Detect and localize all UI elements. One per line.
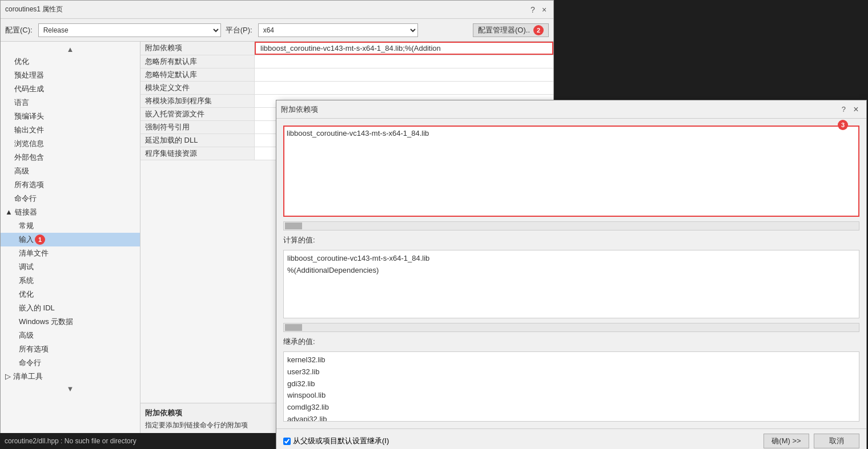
inherit-checkbox[interactable]	[283, 438, 291, 445]
dialog-bottom: 从父级或项目默认设置继承(I) 确(M) >> 取消	[276, 428, 866, 449]
main-window-title: coroutines1 属性页	[5, 5, 63, 14]
sidebar-item-input[interactable]: 输入 1	[1, 233, 140, 246]
cancel-button[interactable]: 取消	[814, 434, 859, 448]
sidebar-item-cmdline-c[interactable]: 命令行	[1, 192, 140, 205]
property-row-additional-deps: 附加依赖项 libboost_coroutine-vc143-mt-s-x64-…	[140, 42, 553, 55]
computed-label: 计算的值:	[283, 235, 859, 245]
dialog-title: 附加依赖项	[281, 104, 318, 115]
inherited-label: 继承的值:	[283, 337, 859, 347]
platform-label: 平台(P):	[226, 25, 252, 35]
computed-hscrollbar[interactable]	[283, 323, 859, 332]
dialog-close-button[interactable]: ×	[850, 104, 862, 115]
inherited-line-5: comdlg32.lib	[287, 402, 855, 414]
property-name-ignore-specific: 忽略特定默认库	[140, 68, 255, 81]
inherit-label: 从父级或项目默认设置继承(I)	[293, 436, 389, 446]
sidebar-section-linker[interactable]: ▲链接器	[1, 205, 140, 219]
property-name-additional-deps: 附加依赖项	[140, 42, 255, 55]
property-name-module-def: 模块定义文件	[140, 82, 255, 94]
badge-3: 3	[838, 120, 848, 130]
sidebar-item-general[interactable]: 常规	[1, 219, 140, 233]
edit-hscroll-thumb	[285, 223, 302, 229]
sidebar-item-input-label: 输入	[19, 234, 34, 245]
sidebar-item-optimization[interactable]: 优化	[1, 55, 140, 68]
property-name-delay-load: 延迟加载的 DLL	[140, 134, 255, 147]
edit-area[interactable]: libboost_coroutine-vc143-mt-s-x64-1_84.l…	[283, 126, 859, 217]
inherited-area: kernel32.lib user32.lib gdi32.lib winspo…	[283, 351, 859, 422]
config-select[interactable]: Release	[38, 23, 221, 37]
sidebar: ▲ 优化 预处理器 代码生成 语言 预编译头 输出文件 浏览信息	[1, 42, 140, 448]
inherited-line-4: winspool.lib	[287, 390, 855, 402]
inherited-line-1: kernel32.lib	[287, 354, 855, 366]
sidebar-scroll-up[interactable]: ▲	[1, 44, 140, 55]
badge-2: 2	[533, 25, 544, 35]
sidebar-item-advanced-c[interactable]: 高级	[1, 164, 140, 178]
property-value-module-def[interactable]	[255, 82, 553, 94]
edit-textarea[interactable]: libboost_coroutine-vc143-mt-s-x64-1_84.l…	[287, 129, 856, 213]
property-name-add-module: 将模块添加到程序集	[140, 95, 255, 107]
inherited-line-2: user32.lib	[287, 366, 855, 378]
computed-hscroll-thumb	[285, 324, 302, 331]
config-label: 配置(C):	[5, 25, 33, 35]
property-name-embed-res: 嵌入托管资源文件	[140, 108, 255, 120]
edit-hscrollbar[interactable]	[283, 221, 859, 230]
config-manager-button[interactable]: 配置管理器(O).. 2	[473, 23, 549, 37]
property-row-ignore-specific: 忽略特定默认库	[140, 68, 553, 82]
property-value-additional-deps[interactable]: libboost_coroutine-vc143-mt-s-x64-1_84.l…	[255, 42, 553, 55]
sidebar-item-advanced-l[interactable]: 高级	[1, 329, 140, 342]
badge-1: 1	[35, 234, 45, 245]
property-row-ignore-all: 忽略所有默认库	[140, 55, 553, 68]
sidebar-item-all-options-l[interactable]: 所有选项	[1, 342, 140, 356]
sidebar-item-codegen[interactable]: 代码生成	[1, 82, 140, 96]
platform-select[interactable]: x64	[258, 23, 418, 37]
title-bar-buttons: ? ×	[528, 5, 549, 14]
sidebar-section-manifest-tool[interactable]: ▷清单工具	[1, 370, 140, 383]
sidebar-item-language[interactable]: 语言	[1, 96, 140, 110]
property-value-ignore-all[interactable]	[255, 55, 553, 68]
property-value-ignore-specific[interactable]	[255, 68, 553, 81]
help-button[interactable]: ?	[528, 5, 537, 14]
sidebar-item-cmdline-l[interactable]: 命令行	[1, 356, 140, 370]
sidebar-scroll-down[interactable]: ▼	[1, 383, 140, 394]
property-name-ignore-all: 忽略所有默认库	[140, 55, 255, 68]
sidebar-item-winmeta[interactable]: Windows 元数据	[1, 315, 140, 329]
status-text: coroutine2/dll.hpp : No such file or dir…	[5, 437, 136, 445]
main-toolbar: 配置(C): Release 平台(P): x64 配置管理器(O).. 2	[1, 19, 553, 42]
inherit-checkbox-area: 从父级或项目默认设置继承(I)	[283, 436, 389, 446]
inherited-line-6: advapi32.lib	[287, 414, 855, 422]
main-title-bar: coroutines1 属性页 ? ×	[1, 1, 553, 19]
property-row-module-def: 模块定义文件	[140, 82, 553, 95]
inherited-line-3: gdi32.lib	[287, 378, 855, 390]
sidebar-item-preprocessor[interactable]: 预处理器	[1, 68, 140, 82]
sidebar-item-external[interactable]: 外部包含	[1, 151, 140, 164]
sidebar-item-all-options-c[interactable]: 所有选项	[1, 178, 140, 192]
ok-button[interactable]: 确(M) >>	[763, 434, 809, 448]
sidebar-item-system[interactable]: 系统	[1, 274, 140, 288]
computed-line-1: libboost_coroutine-vc143-mt-s-x64-1_84.l…	[287, 253, 855, 265]
property-name-asm-link: 程序集链接资源	[140, 147, 255, 160]
additional-deps-dialog: 附加依赖项 ? × 3 libboost_coroutine-vc143-mt-…	[276, 100, 867, 449]
close-button[interactable]: ×	[540, 5, 549, 14]
computed-line-2: %(AdditionalDependencies)	[287, 265, 855, 277]
dialog-content: 3 libboost_coroutine-vc143-mt-s-x64-1_84…	[276, 119, 866, 428]
sidebar-item-pch[interactable]: 预编译头	[1, 110, 140, 123]
computed-area: libboost_coroutine-vc143-mt-s-x64-1_84.l…	[283, 250, 859, 318]
dialog-help-btn[interactable]: ?	[842, 105, 846, 114]
property-name-force-sym: 强制符号引用	[140, 121, 255, 134]
sidebar-item-idl[interactable]: 嵌入的 IDL	[1, 301, 140, 315]
sidebar-item-debug[interactable]: 调试	[1, 260, 140, 274]
config-manager-label: 配置管理器(O)..	[478, 25, 530, 35]
sidebar-item-output[interactable]: 输出文件	[1, 123, 140, 137]
sidebar-item-manifest[interactable]: 清单文件	[1, 246, 140, 260]
dialog-title-bar: 附加依赖项 ? ×	[276, 100, 866, 119]
sidebar-item-opt-linker[interactable]: 优化	[1, 288, 140, 301]
sidebar-item-browse[interactable]: 浏览信息	[1, 137, 140, 151]
